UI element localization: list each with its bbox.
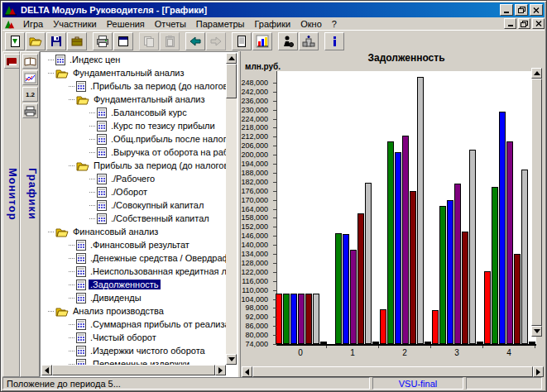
new-game-button[interactable] [5, 32, 25, 50]
minimize-button[interactable] [500, 4, 513, 16]
y-tick-mark [273, 92, 276, 93]
chart-scroll-down-button[interactable] [531, 326, 542, 337]
tree-item-22[interactable]: .Издержки чистого оборота [41, 344, 226, 357]
tree-item-label[interactable]: .Индекс цен [68, 55, 122, 65]
app-logo-icon [4, 4, 17, 16]
participant-analysis-button[interactable] [278, 32, 298, 50]
back-button[interactable] [185, 32, 205, 50]
tree-item-16[interactable]: .Неиспользованная кредитная линия [41, 265, 226, 278]
restore-button[interactable] [515, 4, 528, 16]
tree-item-17[interactable]: .Задолженность [41, 278, 226, 291]
tree-item-label[interactable]: Прибыль за период (до налогов) [92, 160, 226, 170]
chart-vscroll-thumb[interactable] [531, 79, 542, 326]
ranking-button[interactable] [299, 32, 319, 50]
tree-item-label[interactable]: .Издержки чистого оборота [89, 346, 207, 356]
notebook-icon[interactable] [22, 54, 38, 69]
menu-item-charts[interactable]: Графики [249, 18, 295, 30]
tree-item-2[interactable]: .Прибыль за период (до налогов) [41, 79, 226, 93]
tree-item-label[interactable]: ./Рабочего [109, 174, 156, 184]
tree-item-14[interactable]: .Финансовый результат [41, 238, 226, 251]
tree-scroll-down-button[interactable] [226, 354, 237, 365]
tree-item-label[interactable]: ./Собственный капитал [109, 213, 211, 223]
briefcase-button[interactable] [67, 32, 87, 50]
mini-printer-icon[interactable] [22, 103, 38, 118]
tree-item-label[interactable]: Фундаментальный анализ [92, 94, 207, 104]
menu-item-window[interactable]: Окно [295, 18, 327, 30]
tree-item-label[interactable]: Анализ производства [71, 306, 166, 316]
tree-scroll-up-button[interactable] [226, 53, 237, 64]
tree-item-label[interactable]: Фундаментальный анализ [71, 68, 186, 78]
tree-item-label[interactable]: .Переменные издержки [89, 359, 191, 365]
menu-item-decisions[interactable]: Решения [102, 18, 150, 30]
report-button[interactable] [232, 32, 252, 50]
menu-item-help[interactable]: ? [327, 18, 342, 30]
menu-item-reports[interactable]: Отчеты [150, 18, 191, 30]
y-tick-mark [273, 127, 276, 128]
tree-item-label[interactable]: .Выручка от оборота на рабочего [109, 147, 226, 157]
mdi-close-button[interactable] [532, 18, 545, 29]
tree-item-8[interactable]: Прибыль за период (до налогов) [41, 159, 226, 172]
window-layout-button[interactable] [113, 32, 133, 50]
y-tick-label: 164,000 [235, 205, 268, 213]
tree-item-9[interactable]: ./Рабочего [41, 172, 226, 185]
print-button[interactable] [93, 32, 113, 50]
tree-item-20[interactable]: .Суммарная прибыль от реализации [41, 318, 226, 331]
x-tick-mark [326, 346, 327, 348]
bar-green-p2 [387, 141, 394, 344]
y-tick-label: 128,000 [235, 259, 268, 267]
tree-item-label[interactable]: .Курс по тезису прибыли [109, 121, 217, 131]
tree-hscroll-thumb[interactable] [52, 365, 215, 375]
tree-scroll-left-button[interactable] [41, 365, 52, 375]
tree-item-0[interactable]: .Индекс цен [41, 53, 226, 66]
tab-charts[interactable]: 1.2 Графики [20, 51, 40, 377]
chart-button[interactable] [252, 32, 272, 50]
tree-item-1[interactable]: Фундаментальный анализ [41, 66, 226, 79]
tree-item-label[interactable]: .Общ.прибыль после налогов [109, 134, 226, 144]
open-button[interactable] [26, 32, 46, 50]
tree-item-label[interactable]: .Неиспользованная кредитная линия [89, 266, 226, 276]
close-button[interactable] [530, 4, 543, 16]
tree-item-10[interactable]: ./Оборот [41, 185, 226, 198]
y-axis-unit-label: млн.руб. [245, 62, 281, 71]
tree-item-21[interactable]: .Чистый оборот [41, 331, 226, 344]
tree-scroll-right-button[interactable] [215, 365, 226, 375]
tab-monitor[interactable]: Монитор [2, 51, 20, 377]
bar-red-p3 [432, 310, 439, 344]
tree-item-6[interactable]: .Общ.прибыль после налогов [41, 132, 226, 146]
tree-item-18[interactable]: .Дивиденды [41, 291, 226, 304]
mini-chart-icon[interactable] [22, 70, 38, 85]
tree-item-5[interactable]: .Курс по тезису прибыли [41, 119, 226, 132]
mdi-minimize-button[interactable] [504, 18, 516, 29]
tree-item-19[interactable]: Анализ производства [41, 304, 226, 318]
save-button[interactable] [46, 32, 66, 50]
tree-item-label[interactable]: .Прибыль за период (до налогов) [89, 81, 226, 91]
tree-item-label[interactable]: ./Совокупный капитал [109, 200, 205, 210]
tree-item-label[interactable]: .Дивиденды [89, 293, 143, 303]
menu-item-participants[interactable]: Участники [48, 18, 102, 30]
tree-item-11[interactable]: ./Совокупный капитал [41, 198, 226, 212]
menu-item-parameters[interactable]: Параметры [191, 18, 250, 30]
tree-item-label[interactable]: .Финансовый результат [89, 240, 191, 250]
mdi-restore-button[interactable] [518, 18, 530, 29]
tree-item-label[interactable]: .Чистый оборот [89, 332, 158, 342]
tree-item-7[interactable]: .Выручка от оборота на рабочего [41, 146, 226, 159]
tree-item-15[interactable]: .Денежные средства / Овердрафт кредит [41, 251, 226, 265]
info-button[interactable] [324, 32, 344, 50]
toolbar [2, 30, 545, 51]
tree-item-label[interactable]: .Суммарная прибыль от реализации [89, 319, 226, 329]
tree-item-label[interactable]: Финансовый анализ [71, 227, 160, 237]
mdi-child-icon[interactable] [4, 19, 16, 29]
red-book-icon[interactable] [4, 54, 20, 69]
chart-scroll-up-button[interactable] [531, 68, 542, 79]
one-two-icon[interactable]: 1.2 [22, 87, 38, 102]
tree-item-13[interactable]: Финансовый анализ [41, 225, 226, 238]
menu-item-game[interactable]: Игра [18, 18, 48, 30]
tree-item-label[interactable]: .Балансовый курс [109, 108, 189, 117]
tree-item-label[interactable]: ./Оборот [109, 187, 149, 197]
tree-item-4[interactable]: .Балансовый курс [41, 106, 226, 119]
tree-item-12[interactable]: ./Собственный капитал [41, 212, 226, 225]
tree-item-3[interactable]: Фундаментальный анализ [41, 93, 226, 106]
tree-item-23[interactable]: .Переменные издержки [41, 357, 226, 365]
tree-item-label[interactable]: .Задолженность [89, 280, 161, 289]
tree-item-label[interactable]: .Денежные средства / Овердрафт кредит [89, 253, 226, 263]
